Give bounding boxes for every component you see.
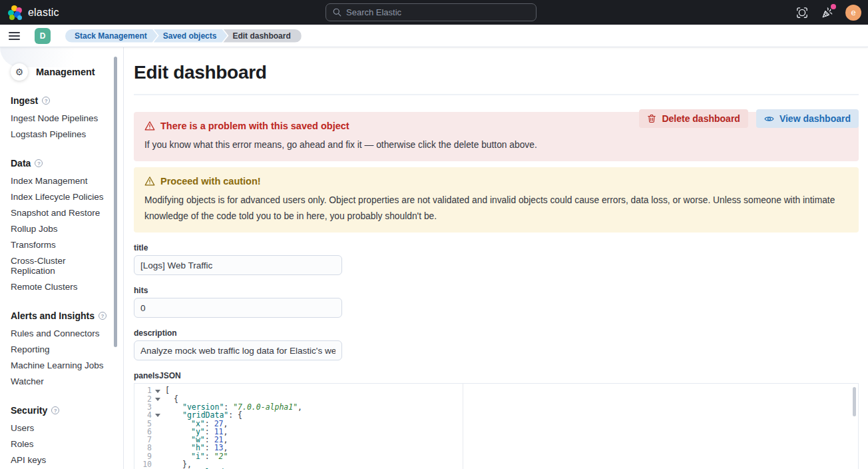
sidebar-item-logstash-pipelines[interactable]: Logstash Pipelines	[11, 126, 112, 142]
fold-caret-icon[interactable]	[155, 390, 160, 393]
nav-group-label: Alerts and Insights?	[11, 310, 112, 321]
fold-caret-icon[interactable]	[155, 398, 160, 401]
title-field[interactable]	[134, 255, 342, 275]
error-callout-body: If you know what this error means, go ah…	[144, 137, 848, 153]
code-line: 1[	[134, 386, 858, 394]
code-line: 6"y": 11,	[134, 428, 858, 436]
sidebar-item-transforms[interactable]: Transforms	[11, 236, 112, 252]
panelsJSON-code-editor[interactable]: 1[2{3"version": "7.0.0-alpha1",4"gridDat…	[134, 383, 859, 469]
error-callout-title: There is a problem with this saved objec…	[160, 121, 349, 131]
sidebar-item-watcher[interactable]: Watcher	[11, 373, 112, 389]
sidebar-item-rules-and-connectors[interactable]: Rules and Connectors	[11, 325, 112, 341]
description-label: description	[134, 328, 859, 338]
notification-dot	[831, 4, 836, 9]
sidebar-item-index-lifecycle-policies[interactable]: Index Lifecycle Policies	[11, 189, 112, 205]
code-line: 4"gridData": {	[134, 411, 858, 419]
fold-caret-icon[interactable]	[155, 414, 160, 417]
nav-group-alerts-and-insights: Alerts and Insights?Rules and Connectors…	[11, 310, 112, 389]
print-margin-line	[463, 384, 463, 469]
breadcrumb-edit-dashboard: Edit dashboard	[223, 29, 301, 43]
sidebar-item-api-keys[interactable]: API keys	[11, 452, 112, 468]
warning-callout-title: Proceed with caution!	[160, 176, 261, 187]
panelsJSON-label: panelsJSON	[134, 371, 859, 380]
breadcrumb: Stack ManagementSaved objectsEdit dashbo…	[65, 29, 302, 43]
code-line: 5"x": 27,	[134, 420, 858, 428]
sidebar-item-remote-clusters[interactable]: Remote Clusters	[11, 278, 112, 294]
sidebar-item-index-management[interactable]: Index Management	[11, 173, 112, 189]
sidebar-item-machine-learning-jobs[interactable]: Machine Learning Jobs	[11, 357, 112, 373]
nav-group-label: Security?	[11, 405, 112, 416]
title-label: title	[134, 243, 859, 252]
sidebar-item-rollup-jobs[interactable]: Rollup Jobs	[11, 221, 112, 236]
breadcrumb-saved-objects[interactable]: Saved objects	[154, 29, 228, 43]
help-circle-icon: ?	[99, 312, 107, 320]
deployment-icon[interactable]	[795, 5, 809, 20]
management-sidebar: ⚙ Management Ingest?Ingest Node Pipeline…	[0, 47, 124, 469]
elastic-logo[interactable]: elastic	[8, 5, 59, 20]
sidebar-item-snapshot-and-restore[interactable]: Snapshot and Restore	[11, 205, 112, 221]
elastic-logo-icon	[8, 5, 23, 20]
sidebar-item-reporting[interactable]: Reporting	[11, 341, 112, 357]
brand-text: elastic	[28, 7, 59, 19]
breadcrumb-bar: D Stack ManagementSaved objectsEdit dash…	[0, 25, 868, 47]
eye-icon	[764, 114, 774, 124]
search-input[interactable]	[346, 7, 529, 17]
nav-group-label: Data?	[11, 158, 112, 169]
hits-field[interactable]	[134, 298, 342, 318]
main-content: Edit dashboard Delete dashboard	[124, 47, 868, 469]
title-divider	[134, 94, 859, 95]
user-avatar[interactable]: e	[845, 5, 861, 21]
hits-label: hits	[134, 286, 859, 295]
warning-callout-body: Modifying objects is for advanced users …	[144, 193, 848, 224]
warning-callout: Proceed with caution! Modifying objects …	[134, 167, 859, 233]
help-circle-icon: ?	[42, 97, 50, 105]
editor-scrollbar[interactable]	[853, 387, 856, 416]
help-circle-icon: ?	[51, 406, 59, 414]
help-circle-icon: ?	[35, 159, 43, 167]
sidebar-item-cross-cluster-replication[interactable]: Cross-Cluster Replication	[11, 252, 112, 278]
view-dashboard-button[interactable]: View dashboard	[756, 109, 859, 128]
alert-icon	[144, 176, 155, 187]
alert-icon	[144, 121, 155, 131]
search-icon	[333, 8, 341, 17]
top-header: elastic e	[0, 0, 868, 25]
code-line: 9"i": "2"	[134, 452, 858, 460]
nav-group-data: Data?Index ManagementIndex Lifecycle Pol…	[11, 158, 112, 294]
space-avatar[interactable]: D	[35, 28, 51, 44]
delete-dashboard-button[interactable]: Delete dashboard	[639, 109, 748, 128]
description-field[interactable]	[134, 340, 342, 360]
nav-group-label: Ingest?	[11, 95, 112, 106]
code-line: 7"w": 21,	[134, 436, 858, 444]
sidebar-title: Management	[36, 67, 95, 77]
breadcrumb-stack-management[interactable]: Stack Management	[65, 29, 158, 43]
nav-group-security: Security?UsersRolesAPI keysRole Mappings	[11, 405, 112, 469]
page-title: Edit dashboard	[134, 62, 859, 83]
newsfeed-icon[interactable]	[820, 5, 835, 20]
sidebar-item-roles[interactable]: Roles	[11, 436, 112, 452]
gear-icon: ⚙	[11, 63, 28, 81]
nav-group-ingest: Ingest?Ingest Node PipelinesLogstash Pip…	[11, 95, 112, 142]
trash-icon	[647, 114, 656, 123]
code-line: 3"version": "7.0.0-alpha1",	[134, 403, 858, 411]
sidebar-item-users[interactable]: Users	[11, 420, 112, 436]
global-search[interactable]	[326, 3, 537, 21]
sidebar-scrollbar[interactable]	[114, 57, 117, 347]
menu-icon[interactable]	[7, 28, 23, 44]
sidebar-item-ingest-node-pipelines[interactable]: Ingest Node Pipelines	[11, 110, 112, 126]
code-line: 8"h": 13,	[134, 444, 858, 452]
